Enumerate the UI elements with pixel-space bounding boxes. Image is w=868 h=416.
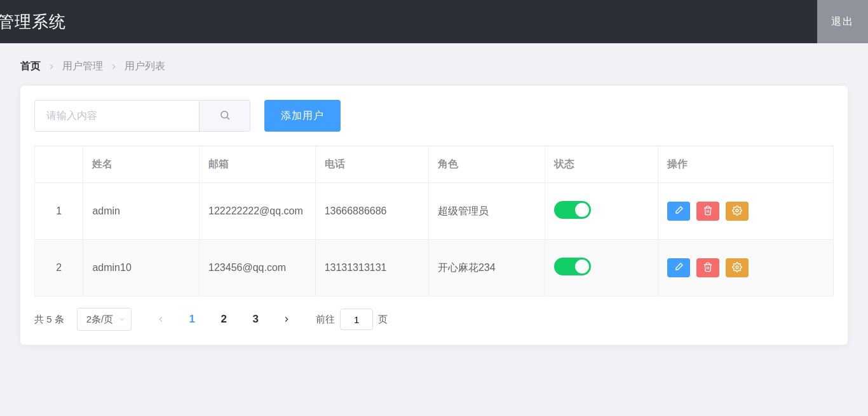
search-icon (219, 109, 231, 123)
search-group (34, 100, 250, 132)
page-number-3[interactable]: 3 (243, 308, 268, 331)
cell-ops (658, 183, 833, 240)
goto-prefix: 前往 (316, 314, 335, 326)
th-state: 状态 (545, 146, 658, 183)
cell-index: 2 (35, 240, 83, 296)
cell-state (545, 240, 658, 296)
add-user-button[interactable]: 添加用户 (264, 100, 341, 132)
breadcrumb: 首页 用户管理 用户列表 (0, 43, 868, 86)
page-size-select[interactable]: 2条/页 (77, 308, 132, 331)
edit-icon (674, 262, 684, 274)
cell-email: 122222222@qq.com (200, 183, 316, 240)
cell-phone: 13666886686 (315, 183, 428, 240)
page-number-2[interactable]: 2 (212, 308, 236, 331)
content-card: 添加用户 姓名 邮箱 电话 角色 状态 操作 1admin122222222@q… (20, 86, 848, 345)
goto-suffix: 页 (378, 314, 388, 326)
gear-icon (732, 262, 742, 274)
chevron-right-icon (47, 62, 56, 71)
pagination: 共 5 条 2条/页 123 前往 页 (34, 308, 834, 331)
edit-button[interactable] (667, 202, 690, 221)
trash-icon (703, 262, 713, 274)
app-title: 管理系统 (0, 11, 66, 33)
th-index (35, 146, 83, 183)
state-toggle[interactable] (554, 201, 591, 219)
svg-point-0 (221, 111, 228, 118)
table-row: 2admin10123456@qq.com13131313131开心麻花234 (35, 240, 834, 296)
user-table: 姓名 邮箱 电话 角色 状态 操作 1admin122222222@qq.com… (34, 146, 834, 296)
state-toggle[interactable] (554, 258, 591, 275)
goto-page-input[interactable] (340, 309, 373, 330)
th-email: 邮箱 (200, 146, 316, 183)
svg-point-3 (736, 266, 738, 268)
edit-icon (674, 205, 684, 218)
table-header-row: 姓名 邮箱 电话 角色 状态 操作 (35, 146, 834, 183)
next-page-button[interactable] (275, 308, 298, 331)
cell-phone: 13131313131 (315, 240, 428, 296)
cell-role: 开心麻花234 (428, 240, 545, 296)
cell-email: 123456@qq.com (200, 240, 316, 296)
pagination-nav: 123 (149, 308, 298, 331)
toolbar: 添加用户 (34, 100, 834, 132)
th-role: 角色 (428, 146, 545, 183)
delete-button[interactable] (696, 202, 719, 221)
cell-role: 超级管理员 (428, 183, 545, 240)
svg-line-1 (227, 117, 229, 119)
cell-name: admin (83, 183, 200, 240)
page-number-1[interactable]: 1 (180, 308, 204, 331)
settings-button[interactable] (726, 258, 749, 277)
svg-point-2 (736, 209, 738, 212)
breadcrumb-user-mgmt[interactable]: 用户管理 (62, 60, 103, 73)
logout-button[interactable]: 退出 (817, 0, 868, 43)
th-ops: 操作 (658, 146, 833, 183)
app-header: 管理系统 退出 (0, 0, 868, 43)
prev-page-button[interactable] (149, 308, 172, 331)
cell-state (545, 183, 658, 240)
pagination-goto: 前往 页 (316, 309, 388, 330)
delete-button[interactable] (696, 258, 719, 277)
table-row: 1admin122222222@qq.com13666886686超级管理员 (35, 183, 834, 240)
breadcrumb-home[interactable]: 首页 (20, 60, 41, 73)
chevron-right-icon (109, 62, 118, 71)
gear-icon (732, 205, 742, 218)
search-input[interactable] (35, 101, 199, 131)
edit-button[interactable] (667, 258, 690, 277)
cell-name: admin10 (83, 240, 200, 296)
search-button[interactable] (199, 101, 250, 131)
cell-index: 1 (35, 183, 83, 240)
chevron-down-icon (118, 315, 126, 323)
th-name: 姓名 (83, 146, 200, 183)
settings-button[interactable] (726, 202, 749, 221)
pagination-total: 共 5 条 (34, 314, 64, 326)
breadcrumb-user-list: 用户列表 (125, 60, 165, 73)
page-size-label: 2条/页 (86, 314, 114, 326)
cell-ops (658, 240, 833, 296)
th-phone: 电话 (315, 146, 428, 183)
trash-icon (703, 205, 713, 218)
